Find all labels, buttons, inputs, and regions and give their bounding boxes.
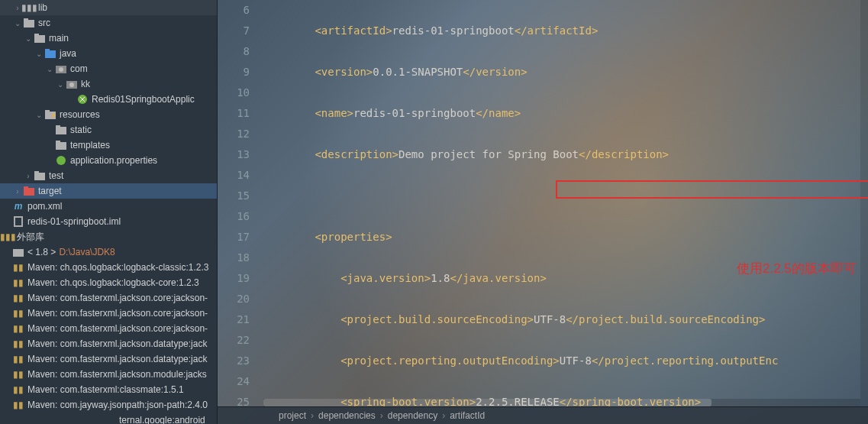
line-number: 18 — [218, 248, 250, 268]
source-folder-icon — [44, 47, 56, 60]
tree-label: Maven: com.fasterxml.jackson.datatype:ja… — [27, 354, 207, 364]
library-icon: ▮▮ — [12, 307, 24, 319]
svg-point-7 — [59, 67, 63, 72]
tree-label: Maven: com.fasterxml.jackson.core:jackso… — [27, 323, 208, 334]
line-number: 10 — [218, 83, 250, 103]
tree-node-com[interactable]: ⌄ com — [0, 61, 217, 76]
line-number: 23 — [218, 351, 250, 371]
code-line[interactable]: <project.reporting.outputEncoding>UTF-8<… — [263, 351, 868, 371]
tree-node-kk[interactable]: ⌄ kk — [0, 76, 217, 92]
code-line[interactable]: <version>0.0.1-SNAPSHOT</version> — [263, 62, 868, 83]
spring-props-icon — [55, 154, 67, 167]
library-icon: ▮▮ — [12, 292, 24, 304]
tree-label: Maven: com.fasterxml.jackson.datatype:ja… — [27, 338, 207, 349]
tree-node-static[interactable]: static — [0, 122, 217, 138]
tree-node-maven-lib[interactable]: ▮▮Maven: ch.qos.logback:logback-core:1.2… — [0, 275, 217, 290]
chevron-down-icon: ⌄ — [34, 111, 44, 119]
breadcrumb-item[interactable]: project — [279, 410, 306, 421]
code-line[interactable]: <artifactId>redis-01-springboot</artifac… — [263, 21, 868, 41]
tree-node-ext-lib[interactable]: ▮▮▮ 外部库 — [0, 229, 217, 244]
tree-node-app-class[interactable]: Redis01SpringbootApplic — [0, 92, 217, 107]
tree-node-maven-lib[interactable]: ▮▮Maven: com.fasterxml:classmate:1.5.1 — [0, 382, 217, 397]
line-number: 21 — [218, 309, 250, 330]
tree-node-jdk[interactable]: < 1.8 > D:\Java\JDK8 — [0, 244, 217, 260]
folder-icon — [23, 17, 35, 29]
tree-label: static — [70, 125, 92, 135]
tree-label: Maven: com.fasterxml.jackson.core:jackso… — [27, 293, 208, 303]
tree-node-app-props[interactable]: application.properties — [0, 153, 217, 168]
tree-label: test — [49, 170, 63, 181]
spring-class-icon — [76, 93, 89, 105]
svg-rect-24 — [15, 218, 21, 225]
tree-node-maven-lib[interactable]: ▮▮Maven: com.fasterxml.jackson.core:jack… — [0, 321, 217, 336]
code-content[interactable]: <artifactId>redis-01-springboot</artifac… — [263, 0, 868, 406]
code-area[interactable]: 6 7 8 9 10 11 12 13 14 15 16 17 18 19 20… — [218, 0, 868, 406]
tree-node-resources[interactable]: ⌄ resources — [0, 107, 217, 122]
tree-label: 外部库 — [17, 231, 44, 244]
tree-label: java — [60, 48, 76, 59]
tree-node-maven-lib[interactable]: ▮▮Maven: com.fasterxml.jackson.datatype:… — [0, 351, 217, 367]
line-number: 25 — [218, 392, 250, 406]
tree-label: ternal.google:android — [119, 415, 205, 424]
svg-rect-22 — [24, 186, 28, 189]
tree-label: Maven: ch.qos.logback:logback-classic:1.… — [27, 262, 208, 273]
breadcrumb-item[interactable]: dependencies — [318, 410, 376, 421]
line-number: 13 — [218, 144, 250, 165]
tree-node-maven-lib[interactable]: ▮▮Maven: com.fasterxml.jackson.datatype:… — [0, 336, 217, 351]
tree-label: redis-01-springboot.iml — [27, 216, 121, 227]
tree-node-pom[interactable]: m pom.xml — [0, 199, 217, 214]
folder-icon — [55, 139, 67, 151]
tree-node-java[interactable]: ⌄ java — [0, 46, 217, 61]
svg-rect-15 — [56, 125, 60, 128]
tree-label: < 1.8 > — [27, 247, 56, 257]
code-line[interactable]: <java.version>1.8</java.version> — [263, 268, 868, 289]
svg-point-18 — [56, 156, 66, 165]
tree-node-test[interactable]: › test — [0, 168, 217, 183]
tree-node-maven-lib[interactable]: ▮▮Maven: ch.qos.logback:logback-classic:… — [0, 260, 217, 275]
tree-label: Maven: com.fasterxml.jackson.core:jackso… — [27, 308, 208, 319]
code-line[interactable]: <project.build.sourceEncoding>UTF-8</pro… — [263, 309, 868, 330]
chevron-down-icon: ⌄ — [12, 19, 23, 28]
line-number: 6 — [218, 0, 250, 21]
line-number: 22 — [218, 330, 250, 351]
breadcrumb-item[interactable]: dependency — [388, 410, 437, 421]
tree-node-src[interactable]: ⌄ src — [0, 15, 217, 31]
line-number: 7 — [218, 21, 250, 41]
folder-icon — [34, 170, 46, 182]
code-line[interactable]: <spring-boot.version>2.2.5.RELEASE</spri… — [263, 392, 868, 406]
line-number: 14 — [218, 165, 250, 186]
tree-node-main[interactable]: ⌄ main — [0, 31, 217, 46]
code-line[interactable] — [263, 186, 868, 206]
tree-node-maven-lib[interactable]: ▮▮Maven: com.fasterxml.jackson.core:jack… — [0, 290, 217, 306]
tree-node-maven-lib[interactable]: ▮▮Maven: com.fasterxml.jackson.module:ja… — [0, 367, 217, 382]
tree-node-maven-lib[interactable]: ▮▮Maven: com.fasterxml.jackson.core:jack… — [0, 306, 217, 321]
library-icon: ▮▮ — [12, 261, 24, 273]
tree-node-templates[interactable]: templates — [0, 138, 217, 153]
breadcrumb-item[interactable]: artifactId — [450, 410, 485, 421]
code-line[interactable]: <properties> — [263, 227, 868, 248]
chevron-down-icon: ⌄ — [23, 34, 34, 43]
svg-point-9 — [69, 83, 74, 87]
chevron-right-icon: › — [23, 172, 34, 180]
tree-label: kk — [81, 79, 90, 89]
tree-node-target[interactable]: › target — [0, 183, 217, 199]
svg-rect-13 — [52, 114, 55, 117]
tree-hint: D:\Java\JDK8 — [59, 247, 115, 257]
breadcrumb-bar: project › dependencies › dependency › ar… — [218, 406, 868, 424]
code-line[interactable]: <name>redis-01-springboot</name> — [263, 103, 868, 124]
maven-file-icon: m — [12, 200, 24, 212]
line-number: 15 — [218, 186, 250, 206]
line-number: 16 — [218, 206, 250, 227]
tree-node-maven-lib[interactable]: ternal.google:android — [0, 413, 217, 424]
tree-label: Maven: com.fasterxml.jackson.module:jack… — [27, 369, 207, 380]
tree-label: application.properties — [70, 155, 157, 166]
tree-node-lib[interactable]: › ▮▮▮ lib — [0, 0, 217, 15]
target-folder-icon — [23, 185, 35, 197]
folder-icon — [34, 32, 46, 44]
code-line[interactable]: <description>Demo project for Spring Boo… — [263, 144, 868, 165]
line-number: 12 — [218, 124, 250, 144]
tree-node-maven-lib[interactable]: ▮▮Maven: com.jayway.jsonpath:json-path:2… — [0, 397, 217, 413]
library-icon: ▮▮ — [12, 322, 24, 335]
tree-node-iml[interactable]: redis-01-springboot.iml — [0, 214, 217, 229]
iml-file-icon — [12, 215, 24, 228]
